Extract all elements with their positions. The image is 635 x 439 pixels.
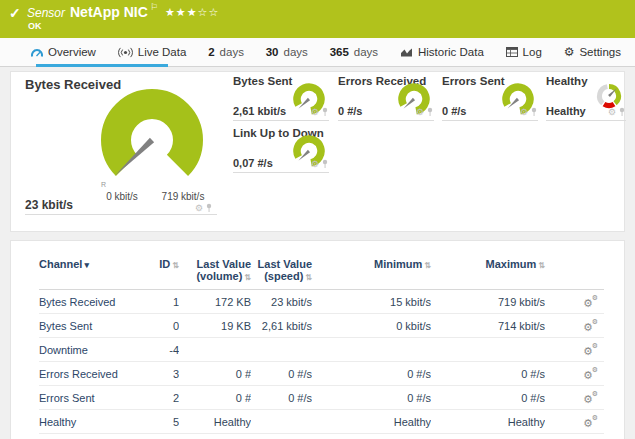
pin-icon[interactable] (205, 203, 213, 213)
panel-healthy: Healthy Healthy ⚙ (546, 75, 626, 121)
sort-icon: ⇅ (172, 261, 179, 270)
channel-settings-icon[interactable]: ⚙⚙ (583, 318, 598, 332)
last-value-speed: 0 #/s (251, 386, 312, 410)
gauge-toolbar: ⚙ (311, 159, 329, 169)
col-label: Last Value (258, 258, 312, 270)
tab-2-days[interactable]: 2 days (208, 46, 244, 58)
channel-id: 1 (139, 290, 179, 314)
tab-live-data[interactable]: Live Data (118, 46, 187, 58)
col-label: (volume) (196, 270, 242, 282)
gear-icon[interactable]: ⚙ (416, 108, 424, 117)
flag-icon[interactable]: ⚐ (150, 2, 158, 12)
maximum-value: 0 #/s (431, 386, 545, 410)
pin-icon[interactable] (426, 107, 434, 117)
col-label: Maximum (486, 258, 537, 270)
channel-settings-icon[interactable]: ⚙⚙ (583, 366, 598, 380)
channel-name[interactable]: Bytes Sent (39, 314, 139, 338)
panel-title: Bytes Sent (233, 75, 292, 87)
minimum-value: 15 kbit/s (312, 290, 431, 314)
col-label: ID (159, 258, 170, 270)
last-value-speed: 23 kbit/s (251, 290, 312, 314)
minimum-value: 0 #/s (312, 362, 431, 386)
table-row: Bytes Received 1 172 KB 23 kbit/s 15 kbi… (39, 290, 604, 314)
panel-errors-sent: Errors Sent 0 #/s ⚙ (442, 75, 538, 121)
log-table-icon (506, 47, 518, 57)
channel-id: 2 (139, 386, 179, 410)
tab-label: 30 (266, 46, 279, 58)
pin-icon[interactable] (530, 107, 538, 117)
last-value-speed (251, 338, 312, 362)
channel-settings-icon[interactable]: ⚙⚙ (583, 342, 598, 356)
channel-name[interactable]: Healthy (39, 410, 139, 434)
gauge-toolbar: ⚙ (608, 107, 626, 117)
tab-settings[interactable]: ⚙ Settings (564, 46, 621, 58)
gauge-toolbar: ⚙ (311, 107, 329, 117)
col-header-maximum[interactable]: Maximum⇅ (431, 253, 545, 290)
panel-bytes-sent: Bytes Sent 2,61 kbit/s ⚙ (233, 75, 329, 121)
tab-label: Overview (48, 46, 96, 58)
sort-icon: ⇅ (244, 273, 251, 282)
gauges-section: Bytes Received R 0 kbit/s 719 kbit/s 23 … (10, 71, 625, 232)
gear-icon[interactable]: ⚙ (520, 108, 528, 117)
table-row: Bytes Sent 0 19 KB 2,61 kbit/s 0 kbit/s … (39, 314, 604, 338)
channel-name[interactable]: Errors Received (39, 362, 139, 386)
channel-settings-icon[interactable]: ⚙⚙ (583, 390, 598, 404)
panel-title: Healthy (546, 75, 588, 87)
panel-value: 2,61 kbit/s (233, 105, 286, 117)
channel-id: 4 (139, 434, 179, 439)
tab-label: Log (523, 46, 542, 58)
tab-label: 365 (330, 46, 349, 58)
minimum-value (312, 338, 431, 362)
channel-settings-icon[interactable]: ⚙⚙ (583, 414, 598, 428)
gauge-toolbar: ⚙ (520, 107, 538, 117)
last-value-volume (179, 338, 251, 362)
tab-365-days[interactable]: 365 days (330, 46, 378, 58)
panel-title: Errors Sent (442, 75, 505, 87)
last-value-volume: 172 KB (179, 290, 251, 314)
gear-icon[interactable]: ⚙ (195, 204, 203, 213)
sort-desc-icon: ▾ (84, 260, 89, 270)
channel-name[interactable]: Errors Sent (39, 386, 139, 410)
panel-value: 0,07 #/s (233, 157, 273, 169)
last-value-volume: 4 # (179, 434, 251, 439)
sort-icon: ⇅ (305, 273, 312, 282)
gauge-toolbar: ⚙ (416, 107, 434, 117)
panel-value: Healthy (546, 105, 586, 117)
live-data-icon (118, 47, 133, 58)
tab-overview[interactable]: Overview (30, 46, 96, 58)
gauge-min-label: 0 kbit/s (96, 191, 148, 202)
tab-bar: Overview Live Data 2 days 30 days 365 da… (0, 38, 635, 67)
panel-errors-received: Errors Received 0 #/s ⚙ (338, 75, 434, 121)
tab-log[interactable]: Log (506, 46, 542, 58)
pin-icon[interactable] (321, 107, 329, 117)
tab-historic-data[interactable]: Historic Data (400, 46, 484, 58)
pin-icon[interactable] (618, 107, 626, 117)
col-header-last-value-speed[interactable]: Last Value (speed)⇅ (251, 253, 312, 290)
maximum-value: 0 #/s (431, 362, 545, 386)
table-row: Errors Sent 2 0 # 0 #/s 0 #/s 0 #/s ⚙⚙ (39, 386, 604, 410)
channel-name[interactable]: Downtime (39, 338, 139, 362)
priority-stars[interactable]: ★★★☆☆ (165, 6, 219, 19)
status-badge: OK (28, 21, 42, 31)
maximum-value: 714 kbit/s (431, 314, 545, 338)
channel-settings-icon[interactable]: ⚙⚙ (583, 294, 598, 308)
col-header-minimum[interactable]: Minimum⇅ (312, 253, 431, 290)
col-header-last-value-volume[interactable]: Last Value (volume)⇅ (179, 253, 251, 290)
last-value-volume: Healthy (179, 410, 251, 434)
sort-icon: ⇅ (424, 261, 431, 270)
channel-id: 5 (139, 410, 179, 434)
panel-value: 0 #/s (338, 105, 362, 117)
col-header-id[interactable]: ID⇅ (139, 253, 179, 290)
gear-icon[interactable]: ⚙ (311, 108, 319, 117)
col-label: Channel (39, 258, 82, 270)
panel-value: 0 #/s (442, 105, 466, 117)
pin-icon[interactable] (321, 159, 329, 169)
channel-name[interactable]: Bytes Received (39, 290, 139, 314)
tab-30-days[interactable]: 30 days (266, 46, 308, 58)
last-value-speed (251, 410, 312, 434)
gear-icon[interactable]: ⚙ (608, 108, 616, 117)
channel-name[interactable]: Link Up to Down (39, 434, 139, 439)
tab-label: 2 (208, 46, 214, 58)
col-header-channel[interactable]: Channel▾ (39, 253, 139, 290)
gear-icon[interactable]: ⚙ (311, 160, 319, 169)
